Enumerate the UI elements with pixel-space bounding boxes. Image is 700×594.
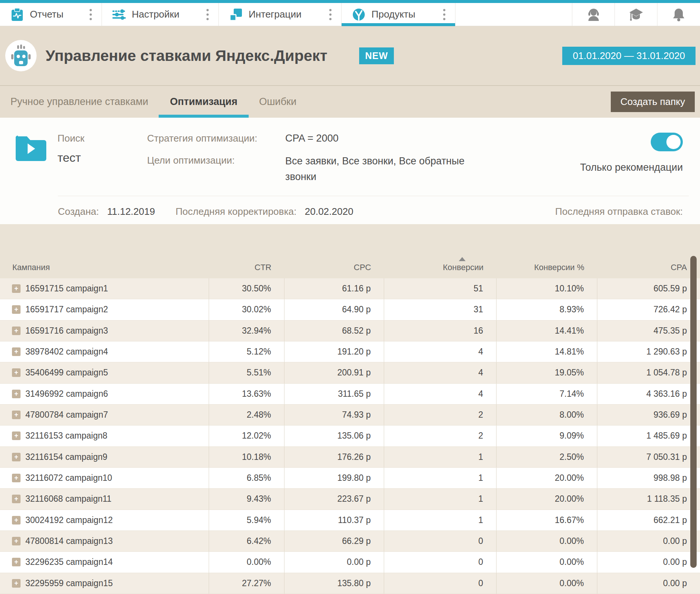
- cpc-cell: 74.93 р: [284, 405, 384, 425]
- expand-row-button[interactable]: +: [12, 516, 21, 525]
- ctr-cell: 27.27%: [209, 573, 284, 594]
- conversions-cell: 16: [384, 321, 497, 341]
- cpc-cell: 223.67 р: [284, 489, 384, 509]
- campaign-cell: +47800784 campaign7: [0, 405, 209, 425]
- create-folder-button[interactable]: Создать папку: [611, 92, 695, 112]
- expand-row-button[interactable]: +: [12, 431, 21, 440]
- tab-optimization[interactable]: Оптимизация: [170, 86, 237, 118]
- cpc-cell: 68.52 р: [284, 321, 384, 341]
- nav-item-reports[interactable]: Отчеты: [0, 3, 102, 26]
- top-accent-strip: [0, 0, 700, 3]
- robot-product-icon: [5, 40, 37, 71]
- cpc-cell: 110.37 р: [284, 510, 384, 530]
- nav-item-products[interactable]: Продукты: [342, 3, 455, 26]
- expand-row-button[interactable]: +: [12, 327, 21, 335]
- conversion-pct-cell: 20.00%: [497, 489, 597, 509]
- expand-row-button[interactable]: +: [12, 537, 21, 545]
- conversion-pct-cell: 10.10%: [497, 278, 597, 299]
- conversions-cell: 4: [384, 384, 497, 404]
- cpa-cell: 726.42 р: [597, 299, 700, 320]
- table-row: +30024192 campaign125.94%110.37 р116.67%…: [0, 510, 700, 531]
- products-icon: [352, 8, 365, 21]
- campaign-name: 38978402 campaign4: [25, 347, 108, 357]
- expand-row-button[interactable]: +: [12, 453, 21, 461]
- kebab-menu-icon[interactable]: [328, 7, 333, 22]
- column-header-cpa[interactable]: CPA: [597, 263, 700, 272]
- ctr-cell: 0.00%: [209, 552, 284, 572]
- ctr-cell: 12.02%: [209, 426, 284, 446]
- nav-item-settings[interactable]: Настройки: [102, 3, 219, 26]
- conversion-pct-cell: 16.67%: [497, 510, 597, 530]
- expand-row-button[interactable]: +: [12, 495, 21, 503]
- ctr-cell: 6.85%: [209, 468, 284, 488]
- expand-row-button[interactable]: +: [12, 305, 21, 314]
- expand-row-button[interactable]: +: [12, 411, 21, 419]
- support-button[interactable]: [572, 3, 615, 26]
- toggle-knob: [666, 135, 681, 149]
- cpc-cell: 66.29 р: [284, 531, 384, 551]
- campaign-cell: +32116154 campaign9: [0, 447, 209, 467]
- campaign-cell: +31496992 campaign6: [0, 384, 209, 404]
- expand-row-button[interactable]: +: [12, 284, 21, 293]
- expand-row-button[interactable]: +: [12, 579, 21, 588]
- education-button[interactable]: [615, 3, 657, 26]
- table-header-row: Кампания CTR CPC Конверсии Конверсии % C…: [0, 252, 700, 278]
- conversion-pct-cell: 20.00%: [497, 468, 597, 488]
- cpa-cell: 662.21 р: [597, 510, 700, 530]
- vertical-scrollbar[interactable]: [690, 256, 697, 568]
- conversion-pct-cell: 14.41%: [497, 321, 597, 341]
- expand-row-button[interactable]: +: [12, 558, 21, 566]
- column-header-conversion-pct[interactable]: Конверсии %: [497, 263, 597, 272]
- campaign-name: 30024192 campaign12: [25, 515, 113, 525]
- cpc-cell: 61.16 р: [284, 278, 384, 299]
- kebab-menu-icon[interactable]: [205, 7, 210, 22]
- ctr-cell: 30.02%: [209, 299, 284, 320]
- nav-item-label: Отчеты: [30, 9, 63, 20]
- recommendations-toggle[interactable]: [651, 133, 683, 151]
- kebab-menu-icon[interactable]: [88, 7, 93, 22]
- ctr-cell: 5.51%: [209, 362, 284, 383]
- conversions-cell: 2: [384, 405, 497, 425]
- strategy-label: Стратегия оптимизации:: [147, 133, 285, 144]
- column-header-cpc[interactable]: CPC: [284, 263, 384, 272]
- campaign-name: 47800784 campaign7: [25, 410, 108, 420]
- nav-item-label: Настройки: [132, 9, 180, 20]
- page-header: Управление ставками Яндекс.Директ NEW 01…: [0, 26, 700, 86]
- conversion-pct-cell: 0.00%: [497, 552, 597, 572]
- last-correction-label: Последняя корректировка:: [175, 206, 296, 217]
- education-icon: [629, 7, 644, 22]
- kebab-menu-icon[interactable]: [442, 7, 447, 22]
- expand-row-button[interactable]: +: [12, 368, 21, 377]
- table-row: +47800784 campaign72.48%74.93 р28.00%936…: [0, 405, 700, 426]
- ctr-cell: 5.94%: [209, 510, 284, 530]
- tab-manual-bid-management[interactable]: Ручное управление ставками: [10, 86, 148, 118]
- column-header-campaign[interactable]: Кампания: [0, 263, 209, 272]
- campaigns-table: Кампания CTR CPC Конверсии Конверсии % C…: [0, 224, 700, 594]
- campaign-name: 35406499 campaign5: [25, 368, 108, 378]
- conversions-cell: 1: [384, 489, 497, 509]
- created-value: 11.12.2019: [107, 206, 155, 217]
- tab-errors[interactable]: Ошибки: [259, 86, 296, 118]
- campaign-cell: +16591715 campaign1: [0, 278, 209, 299]
- conversion-pct-cell: 7.14%: [497, 384, 597, 404]
- cpa-cell: 605.59 р: [597, 278, 700, 299]
- expand-row-button[interactable]: +: [12, 474, 21, 482]
- campaign-cell: +16591716 campaign3: [0, 321, 209, 341]
- cpc-cell: 200.91 р: [284, 362, 384, 383]
- cpa-cell: 1 290.63 р: [597, 341, 700, 362]
- column-header-conversions[interactable]: Конверсии: [384, 257, 497, 272]
- cpc-cell: 176.26 р: [284, 447, 384, 467]
- table-row: +35406499 campaign55.51%200.91 р419.05%1…: [0, 362, 700, 383]
- notifications-button[interactable]: [657, 3, 700, 26]
- campaign-name: 16591715 campaign1: [25, 284, 108, 294]
- campaign-name: 32295959 campaign15: [25, 578, 113, 588]
- expand-row-button[interactable]: +: [12, 347, 21, 356]
- campaign-cell: +30024192 campaign12: [0, 510, 209, 530]
- cpc-cell: 199.80 р: [284, 468, 384, 488]
- expand-row-button[interactable]: +: [12, 390, 21, 398]
- nav-item-integrations[interactable]: Интеграции: [219, 3, 342, 26]
- column-header-ctr[interactable]: CTR: [209, 263, 284, 272]
- date-range-button[interactable]: 01.01.2020 — 31.01.2020: [562, 47, 696, 65]
- conversion-pct-cell: 0.00%: [497, 573, 597, 594]
- ctr-cell: 2.48%: [209, 405, 284, 425]
